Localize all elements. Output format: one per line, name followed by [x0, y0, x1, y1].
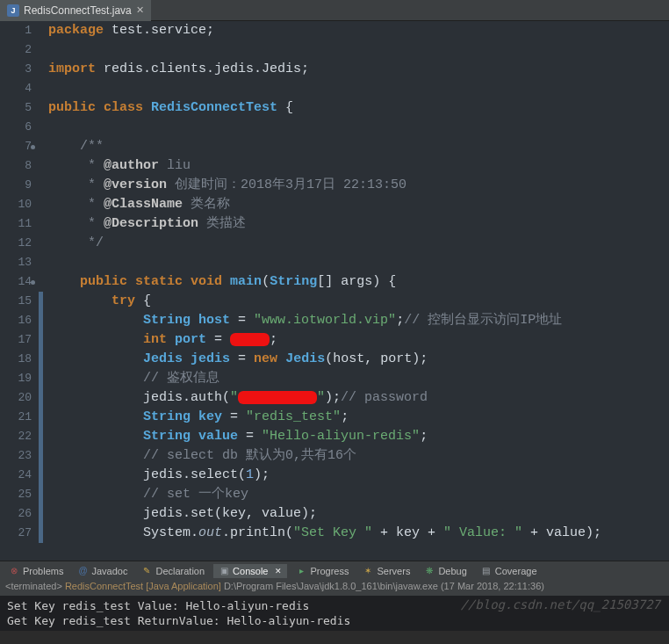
line-number: 25	[0, 485, 32, 504]
servers-icon: ✶	[363, 566, 373, 576]
line-number: 6	[0, 118, 32, 137]
editor-tab-bar: J RedisConnectTest.java ✕	[0, 0, 669, 21]
launch-config-label: RedisConnectTest [Java Application]	[65, 581, 221, 591]
line-number: 10	[0, 195, 32, 214]
line-number: 5	[0, 98, 32, 118]
problems-icon: ⊗	[9, 566, 19, 576]
view-tab-label: Debug	[438, 566, 466, 576]
line-number: 4	[0, 79, 32, 98]
code-line[interactable]: int port = ;	[48, 330, 669, 350]
code-line[interactable]: jedis.auth(" ");// password	[48, 388, 669, 408]
code-line[interactable]: package test.service;	[48, 21, 669, 40]
view-tab-label: Declaration	[155, 566, 205, 576]
view-tab-problems[interactable]: ⊗Problems	[4, 564, 68, 578]
line-number: 21	[0, 408, 32, 427]
line-number: 11	[0, 214, 32, 234]
line-number: 9	[0, 176, 32, 195]
console-output[interactable]: //blog.csdn.net/qq_21503727 Set Key redi…	[0, 596, 669, 631]
code-line[interactable]: try {	[48, 292, 669, 311]
line-number: 2	[0, 40, 32, 60]
line-number: 24	[0, 466, 32, 485]
line-number: 16	[0, 311, 32, 330]
line-number: 20	[0, 388, 32, 408]
console-line: Get Key redis_test ReturnValue: Hello-al…	[7, 613, 662, 628]
code-line[interactable]	[48, 118, 669, 137]
exec-path-label: D:\Program Files\Java\jdk1.8.0_161\bin\j…	[224, 581, 438, 591]
watermark-text: //blog.csdn.net/qq_21503727	[460, 597, 660, 612]
line-number: 12	[0, 234, 32, 253]
code-line[interactable]: // set 一个key	[48, 485, 669, 504]
view-tab-console[interactable]: ▣Console✕	[213, 564, 287, 578]
tab-filename: RedisConnectTest.java	[24, 4, 132, 17]
line-number: 15	[0, 292, 32, 311]
code-line[interactable]	[48, 40, 669, 60]
view-tab-label: Problems	[23, 566, 63, 576]
code-line[interactable]: import redis.clients.jedis.Jedis;	[48, 60, 669, 79]
editor-tab[interactable]: J RedisConnectTest.java ✕	[0, 0, 151, 21]
line-number: 23	[0, 446, 32, 466]
line-number: 14	[0, 272, 32, 292]
line-number: 18	[0, 350, 32, 369]
code-line[interactable]: jedis.select(1);	[48, 466, 669, 485]
view-tab-javadoc[interactable]: @Javadoc	[72, 564, 133, 578]
code-line[interactable]	[48, 79, 669, 98]
view-tab-label: Javadoc	[91, 566, 127, 576]
code-line[interactable]: System.out.println("Set Key " + key + " …	[48, 524, 669, 543]
declaration-icon: ✎	[141, 566, 152, 576]
code-line[interactable]: // select db 默认为0,共有16个	[48, 446, 669, 466]
debug-icon: ❋	[424, 566, 435, 576]
line-number: 19	[0, 369, 32, 388]
code-line[interactable]: */	[48, 234, 669, 253]
line-gutter: 1234567891011121314151617181920212223242…	[0, 21, 39, 561]
code-line[interactable]: * @ClassName 类名称	[48, 195, 669, 214]
code-line[interactable]: // 鉴权信息	[48, 369, 669, 388]
code-line[interactable]: public class RedisConnectTest {	[48, 98, 669, 118]
code-line[interactable]: * @version 创建时间：2018年3月17日 22:13:50	[48, 176, 669, 195]
view-tab-label: Progress	[310, 566, 349, 576]
line-number: 3	[0, 60, 32, 79]
console-icon: ▣	[219, 566, 229, 576]
code-line[interactable]: public static void main(String[] args) {	[48, 272, 669, 292]
close-icon[interactable]: ✕	[136, 4, 144, 16]
view-tab-label: Coverage	[495, 566, 537, 576]
line-number: 22	[0, 427, 32, 446]
code-line[interactable]: String key = "redis_test";	[48, 408, 669, 427]
timestamp-label: (17 Mar 2018, 22:11:36)	[441, 581, 544, 591]
console-header: <terminated> RedisConnectTest [Java Appl…	[0, 580, 669, 596]
java-file-icon: J	[7, 4, 19, 17]
view-tab-progress[interactable]: ▸Progress	[291, 564, 354, 578]
code-area[interactable]: package test.service; import redis.clien…	[43, 21, 669, 561]
line-number: 26	[0, 504, 32, 524]
terminated-label: <terminated>	[5, 581, 62, 591]
line-number: 13	[0, 253, 32, 272]
bottom-view-tabs: ⊗Problems@Javadoc✎Declaration▣Console✕▸P…	[0, 561, 669, 580]
line-number: 27	[0, 524, 32, 543]
progress-icon: ▸	[296, 566, 306, 576]
code-line[interactable]: String value = "Hello-aliyun-redis";	[48, 427, 669, 446]
code-line[interactable]: jedis.set(key, value);	[48, 504, 669, 524]
view-tab-servers[interactable]: ✶Servers	[357, 564, 415, 578]
code-line[interactable]: String host = "www.iotworld.vip";// 控制台显…	[48, 311, 669, 330]
code-line[interactable]: Jedis jedis = new Jedis(host, port);	[48, 350, 669, 369]
close-icon[interactable]: ✕	[275, 567, 282, 575]
line-number: 1	[0, 21, 32, 40]
view-tab-coverage[interactable]: ▤Coverage	[476, 564, 543, 578]
code-line[interactable]	[48, 253, 669, 272]
coverage-icon: ▤	[481, 566, 492, 576]
line-number: 8	[0, 156, 32, 176]
javadoc-icon: @	[77, 566, 88, 576]
view-tab-debug[interactable]: ❋Debug	[419, 564, 471, 578]
code-line[interactable]: * @Description 类描述	[48, 214, 669, 234]
code-editor[interactable]: 1234567891011121314151617181920212223242…	[0, 21, 669, 561]
code-line[interactable]: * @author liu	[48, 156, 669, 176]
line-number: 17	[0, 330, 32, 350]
code-line[interactable]: /**	[48, 137, 669, 156]
line-number: 7	[0, 137, 32, 156]
view-tab-label: Servers	[377, 566, 410, 576]
view-tab-declaration[interactable]: ✎Declaration	[136, 564, 210, 578]
view-tab-label: Console	[233, 566, 268, 576]
